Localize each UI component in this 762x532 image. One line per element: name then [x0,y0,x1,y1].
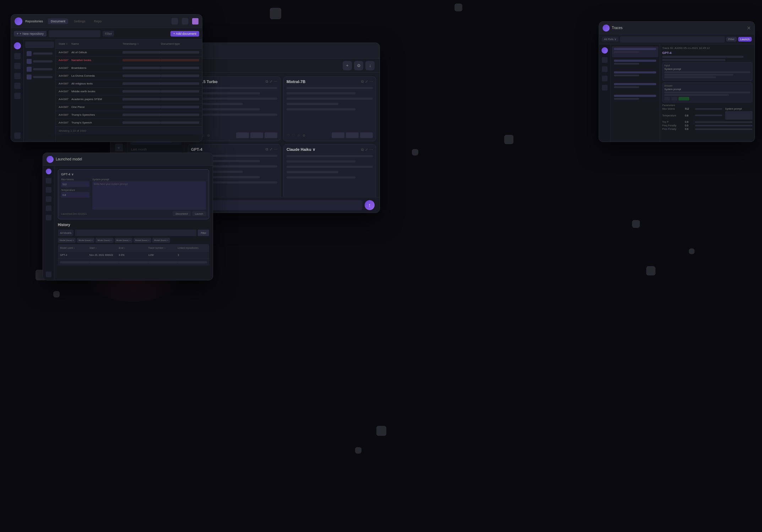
repo-nav-icon-bottom[interactable] [14,132,21,139]
history-tag-5[interactable]: Model (base) × [134,238,151,243]
add-document-button[interactable]: + Add document [170,31,199,37]
launched-temperature-input[interactable]: 0.8 [61,192,89,198]
repo-nav-icon-2[interactable] [14,63,21,69]
repo-sidebar-item-2[interactable] [25,58,54,65]
repo-tab-document[interactable]: Document [48,18,68,24]
trace-list-item-5[interactable] [612,93,658,104]
gpt35-btn-2[interactable] [250,132,263,138]
traces-filter-button[interactable]: Filter [726,37,737,42]
history-tags: Model (base) × Model (base) × Model (bas… [58,238,209,243]
traces-nav-icon-3[interactable] [602,76,608,81]
expand-icon[interactable]: ⤢ [270,79,272,84]
repo-tab-settings[interactable]: Settings [71,18,88,24]
table-row[interactable]: A44387All of Github [56,49,202,56]
table-row[interactable]: A44387All religious texts [56,80,202,88]
repo-filter-button[interactable]: Filter [103,31,114,37]
trace-list-item-1[interactable] [612,46,658,57]
launched-nav-icon-4[interactable] [46,205,51,211]
star-icon-2[interactable]: ☆ [297,133,300,137]
table-row[interactable]: A44387Academic papers STEM [56,95,202,103]
action-btn-settings[interactable]: ⚙ [354,61,363,70]
repo-sidebar-item-3[interactable] [25,66,54,73]
launched-nav-icon-1[interactable] [46,178,51,183]
repo-win-btn-1[interactable] [172,18,178,24]
table-row[interactable]: A44387Middle earth books [56,88,202,95]
repo-nav-icon-4[interactable] [14,83,21,89]
history-tag-6[interactable]: Model (base) × [152,238,170,243]
traces-nav-icon-2[interactable] [602,66,608,72]
launched-maxtokens-input[interactable]: 512 [61,181,89,187]
mixtral-btn-3[interactable] [360,132,373,138]
traces-close-button[interactable]: ✕ [747,25,751,31]
mixtral-btn-1[interactable] [332,132,344,138]
traces-sp-input[interactable] [725,111,752,120]
repo-sidebar-item-4[interactable] [25,73,54,81]
launched-nav-icon-bottom[interactable] [46,272,51,277]
launched-disconnect-btn[interactable]: Disconnect [173,211,191,216]
traces-nav-icon-1[interactable] [602,57,608,63]
repo-search-input[interactable] [49,30,100,37]
hist-td-end-1: 0.0% [119,254,148,256]
more-icon[interactable]: ⋯ [274,79,277,84]
repo-sidebar-item-1[interactable] [25,50,54,57]
mixtral-btn-2[interactable] [346,132,359,138]
more-icon-2[interactable]: ⋯ [369,79,373,84]
repo-nav-icon-5[interactable] [14,93,21,99]
copy-icon[interactable]: ⧉ [266,79,268,84]
launched-nav-icon-3[interactable] [46,196,51,202]
playground-sidebar-icon-5[interactable]: ≡ [115,144,123,152]
trace-list-item-3[interactable] [612,70,658,81]
table-row[interactable]: A44387Braintokens [56,64,202,72]
trace-action-1[interactable] [664,97,670,100]
repo-win-btn-2[interactable] [182,18,188,24]
trace-action-2[interactable] [671,97,677,100]
traces-filter-all[interactable]: All Rels ∨ [602,37,619,42]
table-row[interactable]: A44387La Divina Comeda [56,72,202,80]
history-tag-2[interactable]: Model (base) × [77,238,94,243]
expand-icon-2[interactable]: ⤢ [365,79,368,84]
history-model-select[interactable]: All Models [58,230,74,236]
traces-search-input[interactable] [620,36,725,43]
trace-list-item-4[interactable] [612,82,658,92]
history-tag-4[interactable]: Model (base) × [115,238,132,243]
playground-send-button[interactable]: ↑ [365,200,375,210]
table-row[interactable]: A44387Trump's Speeches [56,111,202,119]
traces-launch-button[interactable]: Launch [738,37,752,42]
history-row-1[interactable]: GPT-4 Nov 23, 2021 000022 0.0% 1150 3 [58,251,209,258]
expand-icon-4[interactable]: ⤢ [365,148,368,152]
trace-list-item-2[interactable] [612,58,658,69]
history-filter-button[interactable]: Filter [198,230,209,236]
launched-launch-btn[interactable]: Launch [192,211,206,216]
launched-nav-icon-2[interactable] [46,187,51,193]
action-btn-download[interactable]: ↓ [365,61,375,70]
gpt35-btn-1[interactable] [236,132,249,138]
more-icon-3[interactable]: ⋯ [274,147,277,152]
history-tag-3[interactable]: Model (base) × [96,238,113,243]
bookmark-icon[interactable]: ⊜ [207,133,210,137]
repo-tab-repo[interactable]: Repo [91,18,105,24]
table-row[interactable]: A44387One Piece [56,103,202,111]
repo-nav-icon-1[interactable] [14,53,21,59]
expand-icon-3[interactable]: ⤢ [270,147,272,152]
add-repo-button[interactable]: + + New repository [14,31,47,37]
traces-nav-icon-4[interactable] [602,85,608,91]
action-btn-plus[interactable]: + [343,61,352,70]
table-row[interactable]: A44387Narrative books [56,56,202,64]
history-search-input[interactable] [75,230,196,236]
repo-win-btn-3[interactable] [192,18,198,24]
copy-icon-2[interactable]: ⧉ [361,79,364,84]
thumb-down-icon-2[interactable]: ♡ [292,133,295,137]
bookmark-icon-2[interactable]: ⊜ [303,133,305,137]
repo-nav-icon-3[interactable] [14,73,21,79]
copy-icon-3[interactable]: ⧉ [266,147,268,152]
history-tag-1[interactable]: Model (base) × [58,238,76,243]
more-icon-4[interactable]: ⋯ [369,148,373,152]
launched-nav-icon-5[interactable] [46,215,51,220]
history-row-2[interactable] [58,258,209,265]
copy-icon-4[interactable]: ⧉ [361,148,364,152]
gpt35-btn-3[interactable] [265,132,277,138]
repo-sidebar-search[interactable] [25,42,54,48]
thumb-up-icon-2[interactable]: ♡ [287,133,290,137]
table-row[interactable]: A44387Trump's Speech [56,119,202,127]
launched-sp-area[interactable]: Write here your system prompt [92,181,206,210]
